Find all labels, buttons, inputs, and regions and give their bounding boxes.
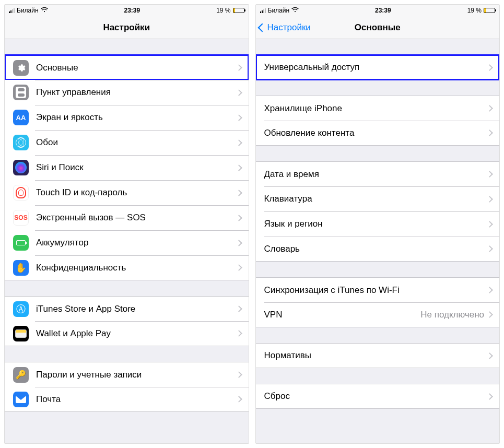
chevron-right-icon xyxy=(486,171,493,178)
touchid-icon xyxy=(13,185,29,201)
row-label: Siri и Поиск xyxy=(36,162,237,173)
row-value: Не подключено xyxy=(420,310,484,320)
battery-pct: 19 % xyxy=(216,7,230,14)
carrier-label: Билайн xyxy=(268,7,290,14)
chevron-right-icon xyxy=(486,196,493,203)
wallet-icon xyxy=(13,326,29,341)
row-sos[interactable]: SOS Экстренный вызов — SOS xyxy=(5,205,249,230)
row-lang[interactable]: Язык и регион xyxy=(256,211,500,237)
row-label: Конфиденциальность xyxy=(36,263,237,273)
row-battery[interactable]: Аккумулятор xyxy=(5,230,249,255)
row-label: Основные xyxy=(36,63,237,73)
signal-icon xyxy=(9,8,15,13)
row-label: Сброс xyxy=(264,391,488,402)
row-privacy[interactable]: ✋ Конфиденциальность xyxy=(5,255,249,280)
wallpaper-icon xyxy=(13,135,29,150)
row-label: Синхронизация с iTunes по Wi-Fi xyxy=(264,285,488,296)
row-display[interactable]: AA Экран и яркость xyxy=(5,105,249,130)
chevron-right-icon xyxy=(236,396,242,403)
row-label: Обои xyxy=(36,137,237,148)
clock: 23:39 xyxy=(375,7,391,14)
status-bar: Билайн 23:39 19 % xyxy=(5,5,249,16)
chevron-right-icon xyxy=(486,352,493,359)
row-general[interactable]: Основные xyxy=(5,55,249,80)
battery-icon xyxy=(484,8,495,13)
row-siri[interactable]: Siri и Поиск xyxy=(5,155,249,180)
row-dict[interactable]: Словарь xyxy=(256,237,500,262)
row-label: Клавиатура xyxy=(264,194,488,204)
general-list[interactable]: Универсальный доступ Хранилище iPhone Об… xyxy=(256,39,500,443)
row-label: Экран и яркость xyxy=(36,112,237,123)
row-label: Пункт управления xyxy=(36,87,237,98)
row-storage[interactable]: Хранилище iPhone xyxy=(256,96,500,121)
control-center-icon xyxy=(13,85,29,100)
chevron-right-icon xyxy=(486,221,493,228)
back-button[interactable]: Настройки xyxy=(259,22,311,33)
chevron-right-icon xyxy=(236,371,242,378)
row-label: Словарь xyxy=(264,244,488,254)
navbar: Настройки Основные xyxy=(256,16,500,39)
chevron-right-icon xyxy=(486,105,493,112)
signal-icon xyxy=(260,8,266,13)
chevron-right-icon xyxy=(486,393,493,400)
settings-list[interactable]: Основные Пункт управления AA Экран и ярк… xyxy=(5,39,249,443)
row-label: Почта xyxy=(36,394,237,405)
chevron-right-icon xyxy=(236,264,242,271)
row-label: Универсальный доступ xyxy=(264,62,488,73)
carrier-label: Билайн xyxy=(17,7,39,14)
row-datetime[interactable]: Дата и время xyxy=(256,161,500,186)
row-accessibility[interactable]: Универсальный доступ xyxy=(256,55,500,80)
navbar: Настройки xyxy=(5,16,249,39)
row-label: Touch ID и код-пароль xyxy=(36,187,237,198)
row-control-center[interactable]: Пункт управления xyxy=(5,80,249,105)
row-label: VPN xyxy=(264,310,421,320)
row-label: iTunes Store и App Store xyxy=(36,304,237,314)
row-label: Хранилище iPhone xyxy=(264,103,488,114)
key-icon: 🔑 xyxy=(13,367,29,383)
chevron-right-icon xyxy=(236,215,242,221)
row-vpn[interactable]: VPN Не подключено xyxy=(256,302,500,327)
chevron-right-icon xyxy=(236,240,242,246)
siri-icon xyxy=(13,160,29,175)
gear-icon xyxy=(13,60,29,76)
chevron-right-icon xyxy=(486,311,493,318)
appstore-icon: Ⓐ xyxy=(13,301,29,317)
row-regulatory[interactable]: Нормативы xyxy=(256,343,500,368)
chevron-right-icon xyxy=(236,139,242,146)
chevron-right-icon xyxy=(236,89,242,96)
row-label: Пароли и учетные записи xyxy=(36,370,237,380)
general-screen: Билайн 23:39 19 % Настройки Основные Уни… xyxy=(255,4,500,444)
battery-icon xyxy=(13,235,29,251)
clock: 23:39 xyxy=(124,7,140,14)
row-bg-refresh[interactable]: Обновление контента xyxy=(256,121,500,146)
chevron-right-icon xyxy=(236,190,242,196)
chevron-right-icon xyxy=(486,64,493,71)
wifi-icon xyxy=(41,7,48,14)
row-appstore[interactable]: Ⓐ iTunes Store и App Store xyxy=(5,296,249,321)
chevron-right-icon xyxy=(236,64,242,71)
chevron-right-icon xyxy=(236,164,242,171)
row-label: Wallet и Apple Pay xyxy=(36,328,237,339)
row-label: Аккумулятор xyxy=(36,238,237,248)
page-title: Настройки xyxy=(103,22,150,33)
page-title: Основные xyxy=(355,22,401,33)
row-passwords[interactable]: 🔑 Пароли и учетные записи xyxy=(5,362,249,387)
settings-screen: Билайн 23:39 19 % Настройки Основные Пун… xyxy=(4,4,249,444)
back-label: Настройки xyxy=(267,22,311,33)
row-itunes-wifi[interactable]: Синхронизация с iTunes по Wi-Fi xyxy=(256,277,500,302)
chevron-right-icon xyxy=(486,287,493,293)
chevron-right-icon xyxy=(486,129,493,136)
row-wallet[interactable]: Wallet и Apple Pay xyxy=(5,321,249,346)
row-wallpaper[interactable]: Обои xyxy=(5,130,249,155)
wifi-icon xyxy=(291,7,299,14)
chevron-left-icon xyxy=(257,23,266,32)
chevron-right-icon xyxy=(236,305,242,312)
row-touchid[interactable]: Touch ID и код-пароль xyxy=(5,180,249,205)
status-bar: Билайн 23:39 19 % xyxy=(256,5,500,16)
display-icon: AA xyxy=(13,110,29,125)
row-reset[interactable]: Сброс xyxy=(256,384,500,409)
row-mail[interactable]: Почта xyxy=(5,387,249,412)
chevron-right-icon xyxy=(486,245,493,252)
row-keyboard[interactable]: Клавиатура xyxy=(256,186,500,211)
row-label: Экстренный вызов — SOS xyxy=(36,213,237,223)
